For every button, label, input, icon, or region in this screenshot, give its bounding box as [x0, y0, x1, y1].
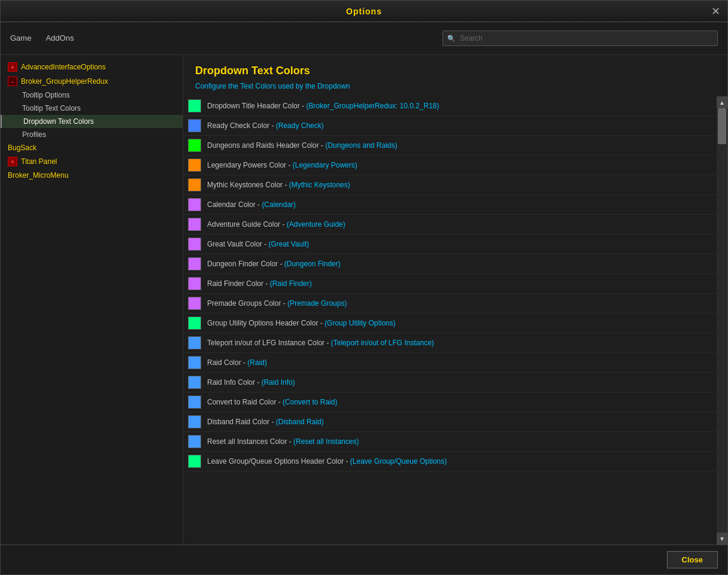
content-subtitle: Configure the Text Colors used by the Dr…	[195, 82, 715, 90]
expand-icon-advanced[interactable]: +	[8, 62, 17, 72]
color-row-link-5[interactable]: (Mythic Keystones)	[289, 181, 350, 189]
sidebar-item-tooltip-text-colors[interactable]: Tooltip Text Colors	[1, 102, 183, 115]
color-row-link-3[interactable]: (Dungeons and Raids)	[325, 141, 397, 150]
color-swatch-2[interactable]	[188, 119, 201, 132]
sidebar-item-bugsack[interactable]: BugSack	[1, 141, 183, 154]
sidebar-item-broker-micro[interactable]: Broker_MicroMenu	[1, 169, 183, 182]
expand-icon-titan[interactable]: +	[8, 157, 17, 166]
color-row-19: Leave Group/Queue Options Header Color -…	[183, 452, 717, 471]
color-swatch-13[interactable]	[188, 336, 201, 349]
color-row-3: Dungeons and Raids Header Color - (Dunge…	[183, 136, 717, 156]
color-swatch-3[interactable]	[188, 139, 201, 152]
sidebar: + AdvancedInterfaceOptions - Broker_Grou…	[1, 55, 183, 544]
expand-icon-broker[interactable]: -	[8, 77, 17, 86]
color-row-link-7[interactable]: (Adventure Guide)	[287, 220, 345, 229]
color-row-5: Mythic Keystones Color - (Mythic Keyston…	[183, 175, 717, 195]
color-row-link-11[interactable]: (Premade Groups)	[287, 299, 347, 308]
content-scroll-area: Dropdown Title Header Color - (Broker_Gr…	[183, 96, 727, 544]
sidebar-label-titan: Titan Panel	[21, 157, 57, 166]
color-swatch-19[interactable]	[188, 455, 201, 468]
color-row-11: Premade Groups Color - (Premade Groups)	[183, 294, 717, 314]
color-swatch-18[interactable]	[188, 435, 201, 448]
color-row-link-14[interactable]: (Raid)	[247, 358, 267, 367]
color-row-text-1: Dropdown Title Header Color - (Broker_Gr…	[207, 102, 439, 110]
color-row-text-6: Calendar Color - (Calendar)	[207, 200, 296, 209]
color-row-link-8[interactable]: (Great Vault)	[268, 240, 309, 248]
color-row-text-14: Raid Color - (Raid)	[207, 358, 267, 367]
sidebar-item-profiles[interactable]: Profiles	[1, 128, 183, 141]
color-swatch-11[interactable]	[188, 297, 201, 310]
bottom-bar: Close	[1, 544, 727, 574]
color-row-text-19: Leave Group/Queue Options Header Color -…	[207, 457, 447, 466]
title-bar: Options ✕	[1, 1, 727, 22]
color-row-link-19[interactable]: (Leave Group/Queue Options)	[350, 457, 447, 466]
color-row-link-10[interactable]: (Raid Finder)	[270, 279, 312, 288]
color-row-link-4[interactable]: (Legendary Powers)	[293, 161, 357, 169]
color-row-text-2: Ready Check Color - (Ready Check)	[207, 121, 324, 130]
sidebar-item-titan[interactable]: + Titan Panel	[1, 154, 183, 169]
color-row-link-16[interactable]: (Convert to Raid)	[283, 398, 337, 406]
color-row-text-5: Mythic Keystones Color - (Mythic Keyston…	[207, 181, 350, 189]
scroll-track	[717, 108, 727, 533]
sidebar-item-tooltip-options[interactable]: Tooltip Options	[1, 89, 183, 102]
color-swatch-8[interactable]	[188, 238, 201, 251]
content-panel: Dropdown Text Colors Configure the Text …	[183, 55, 727, 544]
sidebar-label-advanced: AdvancedInterfaceOptions	[21, 63, 105, 71]
color-row-text-18: Reset all Instances Color - (Reset all I…	[207, 437, 359, 446]
sidebar-item-dropdown-text-colors[interactable]: Dropdown Text Colors	[1, 115, 183, 128]
color-row-text-8: Great Vault Color - (Great Vault)	[207, 240, 309, 248]
color-row-text-15: Raid Info Color - (Raid Info)	[207, 378, 295, 387]
color-swatch-4[interactable]	[188, 159, 201, 172]
color-swatch-14[interactable]	[188, 356, 201, 369]
color-row-link-18[interactable]: (Reset all Instances)	[293, 437, 359, 446]
color-row-text-16: Convert to Raid Color - (Convert to Raid…	[207, 398, 337, 406]
color-list: Dropdown Title Header Color - (Broker_Gr…	[183, 96, 717, 544]
color-row-10: Raid Finder Color - (Raid Finder)	[183, 274, 717, 294]
color-row-text-7: Adventure Guide Color - (Adventure Guide…	[207, 220, 345, 229]
scrollbar: ▲ ▼	[717, 96, 727, 544]
tab-addons[interactable]: AddOns	[46, 31, 74, 46]
color-row-link-17[interactable]: (Disband Raid)	[276, 418, 324, 426]
close-icon[interactable]: ✕	[711, 6, 720, 17]
content-title: Dropdown Text Colors	[195, 65, 715, 77]
sidebar-item-broker-group[interactable]: - Broker_GroupHelperRedux	[1, 74, 183, 89]
color-row-link-1[interactable]: (Broker_GroupHelperRedux: 10.0.2_R18)	[306, 102, 439, 110]
color-swatch-1[interactable]	[188, 99, 201, 112]
color-row-7: Adventure Guide Color - (Adventure Guide…	[183, 215, 717, 235]
color-swatch-16[interactable]	[188, 395, 201, 409]
color-row-17: Disband Raid Color - (Disband Raid)	[183, 412, 717, 432]
main-content: + AdvancedInterfaceOptions - Broker_Grou…	[1, 55, 727, 544]
scroll-up-arrow[interactable]: ▲	[717, 96, 727, 108]
nav-tabs: Game AddOns	[10, 31, 74, 46]
color-row-link-6[interactable]: (Calendar)	[262, 200, 296, 209]
scroll-down-arrow[interactable]: ▼	[717, 533, 727, 544]
scroll-thumb	[718, 108, 726, 144]
color-swatch-12[interactable]	[188, 317, 201, 330]
color-row-link-9[interactable]: (Dungeon Finder)	[284, 260, 341, 268]
color-row-1: Dropdown Title Header Color - (Broker_Gr…	[183, 96, 717, 116]
color-row-6: Calendar Color - (Calendar)	[183, 195, 717, 215]
sidebar-label-bugsack: BugSack	[8, 144, 37, 152]
color-row-text-12: Group Utility Options Header Color - (Gr…	[207, 319, 396, 327]
color-swatch-17[interactable]	[188, 415, 201, 428]
close-button[interactable]: Close	[667, 551, 718, 568]
color-row-link-15[interactable]: (Raid Info)	[262, 378, 295, 387]
color-swatch-7[interactable]	[188, 218, 201, 231]
search-input[interactable]	[442, 31, 718, 46]
color-swatch-6[interactable]	[188, 198, 201, 211]
color-row-8: Great Vault Color - (Great Vault)	[183, 235, 717, 254]
color-row-2: Ready Check Color - (Ready Check)	[183, 116, 717, 136]
color-row-text-9: Dungeon Finder Color - (Dungeon Finder)	[207, 260, 341, 268]
color-swatch-5[interactable]	[188, 178, 201, 191]
color-swatch-9[interactable]	[188, 257, 201, 270]
color-swatch-15[interactable]	[188, 376, 201, 389]
tab-game[interactable]: Game	[10, 31, 31, 46]
sidebar-item-advanced[interactable]: + AdvancedInterfaceOptions	[1, 60, 183, 74]
color-row-link-2[interactable]: (Ready Check)	[276, 121, 324, 130]
color-row-12: Group Utility Options Header Color - (Gr…	[183, 314, 717, 333]
color-row-link-13[interactable]: (Teleport in/out of LFG Instance)	[331, 339, 434, 347]
color-row-link-12[interactable]: (Group Utility Options)	[324, 319, 396, 327]
color-swatch-10[interactable]	[188, 277, 201, 290]
color-row-14: Raid Color - (Raid)	[183, 353, 717, 373]
options-dialog: Options ✕ Game AddOns 🔍 + AdvancedInterf…	[0, 0, 728, 575]
